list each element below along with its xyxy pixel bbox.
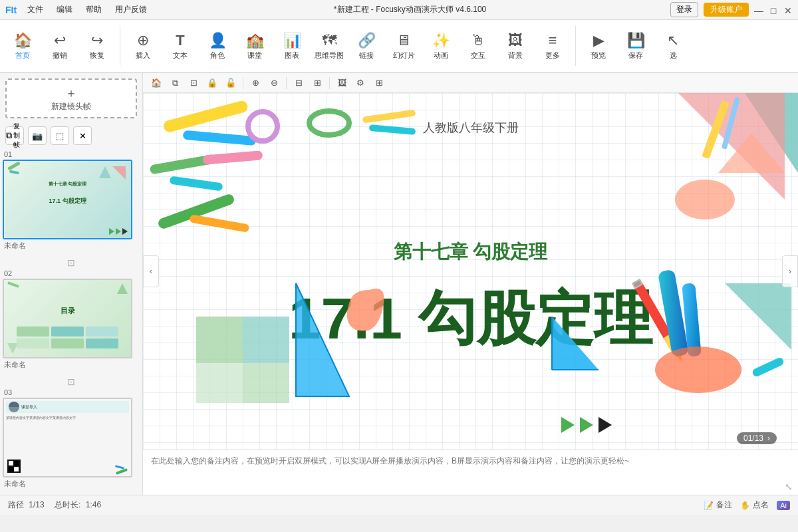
login-button[interactable]: 登录 (670, 2, 698, 17)
deco-top-mid (276, 100, 442, 153)
canvas-img-btn[interactable]: 🖼 (334, 75, 350, 91)
insert-label: 插入 (136, 51, 150, 61)
sep2 (575, 26, 576, 66)
animation-label: 动画 (434, 51, 448, 61)
upgrade-button[interactable]: 升级账户 (704, 3, 749, 17)
canvas-lock-btn[interactable]: 🔒 (204, 75, 220, 91)
nav-next-button[interactable]: › (782, 255, 798, 287)
delete-button[interactable]: ✕ (73, 126, 92, 145)
tool-chart[interactable]: 📊 图表 (275, 22, 309, 70)
frame-fit-button[interactable]: ⬚ (51, 126, 69, 145)
camera-icon: 📷 (32, 131, 43, 141)
home-label: 首页 (15, 51, 30, 61)
mindmap-icon: 🗺 (322, 32, 336, 49)
canvas-grid-btn[interactable]: ⊞ (371, 75, 387, 91)
path-value: 1/13 (29, 500, 44, 509)
slide-item-2[interactable]: 02 目录 (3, 269, 140, 370)
tool-save[interactable]: 💾 保存 (618, 22, 653, 70)
slide-icon: 🖥 (396, 32, 411, 49)
copy-frame-button[interactable]: ⧉ 复制帧 (5, 126, 24, 145)
tool-bg[interactable]: 🖼 背景 (498, 22, 533, 70)
spacer-icon-1: ⊡ (67, 257, 75, 268)
canvas-sep3 (329, 77, 330, 89)
duration-label: 总时长: (55, 500, 80, 509)
menu-file[interactable]: 文件 (25, 3, 46, 17)
canvas-zoomout-btn[interactable]: ⊖ (266, 75, 282, 91)
main-area: ＋ 新建镜头帧 ⧉ 复制帧 📷 ⬚ ✕ 01 (0, 73, 798, 495)
titlebar: FIt 文件 编辑 帮助 用户反馈 *新建工程 - Focusky动画演示大师 … (0, 0, 798, 20)
roll-call-label: 点名 (753, 499, 769, 511)
tool-interact[interactable]: 🖱 交互 (461, 22, 495, 70)
ai-button[interactable]: Ai (777, 501, 790, 510)
canvas-lock2-btn[interactable]: 🔓 (223, 75, 239, 91)
canvas-align-btn[interactable]: ⊟ (291, 75, 307, 91)
camera-button[interactable]: 📷 (28, 126, 47, 145)
undo-icon: ↩ (54, 32, 66, 49)
svg-rect-24 (196, 363, 243, 403)
home-icon: 🏠 (14, 32, 32, 49)
tool-home[interactable]: 🏠 首页 (5, 22, 40, 70)
tool-role[interactable]: 👤 角色 (200, 22, 235, 70)
slide-item-3[interactable]: 03 课堂导入 某课堂内容文字某课堂内容文字某课堂内容文字 (3, 388, 140, 489)
tool-text[interactable]: T 文本 (163, 22, 198, 70)
menu-edit[interactable]: 编辑 (54, 3, 75, 17)
animation-icon: ✨ (432, 32, 450, 49)
canvas-home-btn[interactable]: 🏠 (148, 75, 164, 91)
new-frame-button[interactable]: ＋ 新建镜头帧 (5, 78, 137, 118)
svg-rect-0 (162, 100, 249, 134)
save-icon: 💾 (627, 32, 645, 49)
sep1 (120, 26, 120, 66)
slide-name-2: 未命名 (3, 360, 140, 370)
svg-rect-23 (243, 317, 289, 363)
notes-icon: 📝 (704, 501, 714, 510)
canvas-zoomin-btn[interactable]: ⊕ (247, 75, 263, 91)
svg-point-34 (655, 346, 741, 393)
play-btn-1[interactable] (561, 417, 575, 433)
app-logo: FIt (5, 5, 17, 15)
svg-point-32 (675, 180, 735, 219)
redo-label: 恢复 (90, 51, 104, 61)
canvas-crop-btn[interactable]: ⊡ (186, 75, 201, 91)
tool-redo[interactable]: ↪ 恢复 (80, 22, 114, 70)
close-button[interactable]: ✕ (783, 5, 793, 15)
tool-class[interactable]: 🏫 课堂 (237, 22, 272, 70)
chart-label: 图表 (285, 51, 299, 61)
minimize-button[interactable]: — (754, 5, 763, 15)
svg-rect-25 (243, 363, 289, 403)
chevron-left-icon: ‹ (150, 267, 152, 276)
slide-item-1[interactable]: 01 第十七章 勾股定理 17.1 勾股定理 (3, 150, 140, 251)
nav-prev-button[interactable]: ‹ (143, 255, 159, 287)
titlebar-right: 登录 升级账户 — □ ✕ (670, 2, 793, 17)
canvas-copy-btn[interactable]: ⧉ (167, 75, 183, 91)
menu-help[interactable]: 帮助 (83, 3, 104, 17)
path-info: 路径 1/13 总时长: 1:46 (8, 499, 101, 511)
svg-rect-1 (183, 130, 257, 146)
tool-preview[interactable]: ▶ 预览 (581, 22, 616, 70)
spacer-icon-2: ⊡ (67, 376, 75, 387)
tool-select[interactable]: ↖ 选 (656, 22, 690, 70)
roll-call-button[interactable]: ✋ 点名 (740, 499, 769, 511)
tool-insert[interactable]: ⊕ 插入 (126, 22, 160, 70)
menu-feedback[interactable]: 用户反馈 (112, 3, 150, 17)
canvas-settings-btn[interactable]: ⚙ (352, 75, 368, 91)
tool-mindmap[interactable]: 🗺 思维导图 (312, 22, 346, 70)
svg-rect-35 (751, 356, 785, 378)
notes-input[interactable] (151, 456, 790, 489)
play-btn-3[interactable] (598, 417, 612, 433)
copy-icon: ⧉ (6, 130, 12, 141)
svg-point-28 (309, 111, 349, 135)
tool-slide[interactable]: 🖥 幻灯片 (386, 22, 421, 70)
tool-link[interactable]: 🔗 链接 (349, 22, 384, 70)
notes-button[interactable]: 📝 备注 (704, 499, 732, 511)
expand-button[interactable]: ⤡ (785, 481, 793, 492)
slide-canvas[interactable]: 人教版八年级下册 第十七章 勾股定理 17.1 勾股定理 (143, 93, 798, 450)
maximize-button[interactable]: □ (769, 5, 778, 15)
canvas-dist-btn[interactable]: ⊞ (309, 75, 325, 91)
new-frame-label: 新建镜头帧 (51, 101, 91, 112)
tool-undo[interactable]: ↩ 撤销 (43, 22, 77, 70)
undo-label: 撤销 (53, 51, 67, 61)
play-btn-2[interactable] (580, 417, 593, 433)
duration-value: 1:46 (86, 500, 101, 509)
tool-more[interactable]: ≡ 更多 (535, 22, 570, 70)
tool-animation[interactable]: ✨ 动画 (424, 22, 458, 70)
